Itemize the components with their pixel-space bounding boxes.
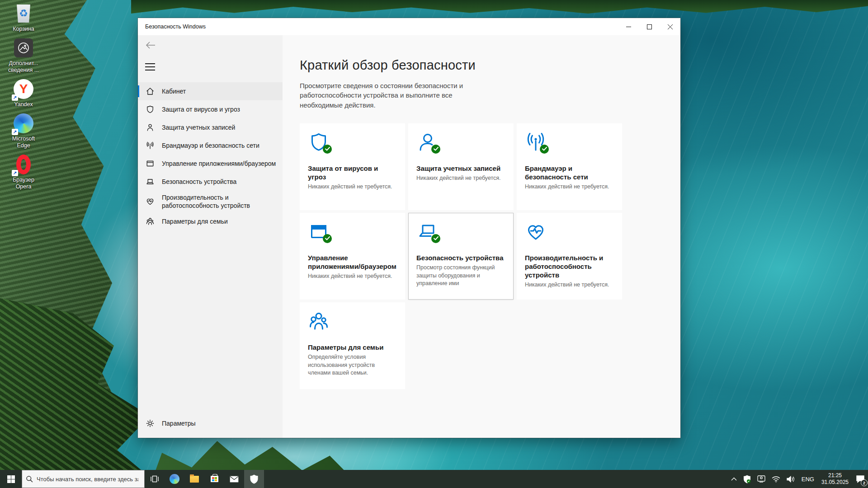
taskbar-explorer-button[interactable] xyxy=(184,470,204,488)
card-title: Управление приложениями/браузером xyxy=(308,253,397,271)
tray-language[interactable]: ENG xyxy=(798,470,817,488)
desktop-icon-label: Корзина xyxy=(13,26,34,33)
sidebar-item-app-browser-control[interactable]: Управление приложениями/браузером xyxy=(138,155,283,173)
check-badge-icon xyxy=(323,145,332,154)
menu-button[interactable] xyxy=(145,63,155,70)
card-device-health[interactable]: Производительность и работоспособность у… xyxy=(517,213,622,300)
home-icon xyxy=(146,87,155,96)
sidebar-item-firewall[interactable]: Брандмауэр и безопасность сети xyxy=(138,136,283,155)
sidebar-item-label: Безопасность устройства xyxy=(162,178,236,186)
tray-device[interactable] xyxy=(754,470,769,488)
start-button[interactable] xyxy=(0,470,22,488)
sidebar-item-account-protection[interactable]: Защита учетных записей xyxy=(138,118,283,136)
page-title: Краткий обзор безопасности xyxy=(300,58,680,73)
task-view-button[interactable] xyxy=(145,470,165,488)
security-shield-tray-icon xyxy=(743,475,751,483)
card-app-browser-control[interactable]: Управление приложениями/браузером Никаки… xyxy=(300,213,405,300)
notification-count-badge: 2 xyxy=(861,479,868,486)
tray-chevron-up[interactable] xyxy=(728,470,740,488)
family-icon xyxy=(146,217,155,226)
shield-icon xyxy=(308,131,330,153)
sidebar-item-label: Производительность и работоспособность у… xyxy=(162,193,276,210)
windows-logo-icon xyxy=(7,475,15,483)
sidebar-item-family-options[interactable]: Параметры для семьи xyxy=(138,212,283,230)
language-indicator: ENG xyxy=(802,476,814,483)
taskbar-mail-button[interactable] xyxy=(224,470,244,488)
desktop-icon-additional-info[interactable]: Дополнит... сведения ... xyxy=(5,37,42,74)
desktop-icon-label: Дополнит... сведения ... xyxy=(8,60,39,74)
taskbar-search[interactable] xyxy=(22,470,145,488)
app-window-icon xyxy=(308,221,330,243)
search-input[interactable] xyxy=(37,476,138,483)
titlebar[interactable]: Безопасность Windows xyxy=(138,18,680,35)
taskbar-edge-button[interactable] xyxy=(165,470,184,488)
back-button[interactable] xyxy=(145,41,158,51)
person-icon xyxy=(146,123,155,132)
card-description: Определяйте условия использования устрой… xyxy=(308,353,397,377)
card-title: Брандмауэр и безопасность сети xyxy=(525,164,614,181)
tray-wifi[interactable] xyxy=(769,470,783,488)
sidebar-item-device-security[interactable]: Безопасность устройства xyxy=(138,173,283,191)
card-firewall[interactable]: Брандмауэр и безопасность сети Никаких д… xyxy=(517,123,622,210)
taskbar-windows-security-button[interactable] xyxy=(244,470,264,488)
search-icon xyxy=(26,475,33,483)
file-explorer-icon xyxy=(190,476,199,483)
tray-volume[interactable] xyxy=(783,470,798,488)
tray-clock[interactable]: 21:25 31.05.2025 xyxy=(817,470,853,488)
card-title: Производительность и работоспособность у… xyxy=(525,253,614,280)
card-family-options[interactable]: Параметры для семьи Определяйте условия … xyxy=(300,302,405,389)
window-body: Кабинет Защита от вирусов и угроз Защита… xyxy=(138,35,680,438)
shield-icon xyxy=(146,105,155,114)
sidebar-item-virus-protection[interactable]: Защита от вирусов и угроз xyxy=(138,100,283,118)
desktop-icon-opera[interactable]: ↗ Браузер Opera xyxy=(5,154,42,191)
device-tray-icon xyxy=(757,475,765,483)
app-window-icon xyxy=(146,159,155,168)
sidebar-item-home[interactable]: Кабинет xyxy=(138,82,283,100)
card-device-security[interactable]: Безопасность устройства Просмотр состоян… xyxy=(408,213,514,300)
recycle-bin-icon: ♻ xyxy=(16,5,31,23)
minimize-button[interactable] xyxy=(618,18,639,35)
card-account-protection[interactable]: Защита учетных записей Никаких действий … xyxy=(408,123,514,210)
security-cards: Защита от вирусов и угроз Никаких действ… xyxy=(300,123,680,389)
shortcut-arrow-icon: ↗ xyxy=(12,170,18,176)
mail-icon xyxy=(230,476,239,483)
task-view-icon xyxy=(150,475,159,483)
check-badge-icon xyxy=(431,234,440,243)
check-badge-icon xyxy=(431,145,440,154)
shortcut-arrow-icon: ↗ xyxy=(12,129,18,135)
maximize-button[interactable] xyxy=(639,18,660,35)
desktop-icon-label: Браузер Opera xyxy=(13,177,34,191)
desktop-icon-label: Microsoft Edge xyxy=(12,136,35,150)
settings-label: Параметры xyxy=(162,420,196,427)
gear-icon xyxy=(146,419,155,428)
desktop-icon-edge[interactable]: ↗ Microsoft Edge xyxy=(5,113,42,150)
action-center-button[interactable]: 2 xyxy=(853,470,868,488)
main-content: Краткий обзор безопасности Просмотрите с… xyxy=(283,35,680,438)
desktop-icon-label: Yandex xyxy=(14,101,33,108)
family-icon xyxy=(308,310,330,332)
sidebar-item-settings[interactable]: Параметры xyxy=(138,414,283,432)
desktop-icon-recycle-bin[interactable]: ♻ Корзина xyxy=(5,3,42,33)
check-badge-icon xyxy=(540,145,549,154)
network-antenna-icon xyxy=(525,131,547,153)
sidebar-item-label: Защита от вирусов и угроз xyxy=(162,105,240,113)
sidebar-nav: Кабинет Защита от вирусов и угроз Защита… xyxy=(138,82,283,230)
card-status: Никаких действий не требуется. xyxy=(308,272,397,281)
laptop-icon xyxy=(416,221,438,243)
edge-icon xyxy=(170,474,179,484)
window-title: Безопасность Windows xyxy=(145,23,618,30)
store-icon xyxy=(211,476,218,482)
desktop-icons: ♻ Корзина Дополнит... сведения ... Y ↗ Y… xyxy=(5,3,42,191)
taskbar-store-button[interactable] xyxy=(204,470,224,488)
sidebar-item-device-health[interactable]: Производительность и работоспособность у… xyxy=(138,191,283,212)
opera-icon xyxy=(16,155,31,174)
shortcut-arrow-icon: ↗ xyxy=(12,94,18,101)
desktop-icon-yandex[interactable]: Y ↗ Yandex xyxy=(5,78,42,108)
sidebar-item-label: Брандмауэр и безопасность сети xyxy=(162,141,259,150)
tray-security-shield[interactable] xyxy=(740,470,754,488)
heart-pulse-icon xyxy=(525,221,547,243)
close-button[interactable] xyxy=(660,18,680,35)
card-title: Безопасность устройства xyxy=(416,253,505,262)
additional-info-icon xyxy=(14,38,33,57)
card-virus-protection[interactable]: Защита от вирусов и угроз Никаких действ… xyxy=(300,123,405,210)
